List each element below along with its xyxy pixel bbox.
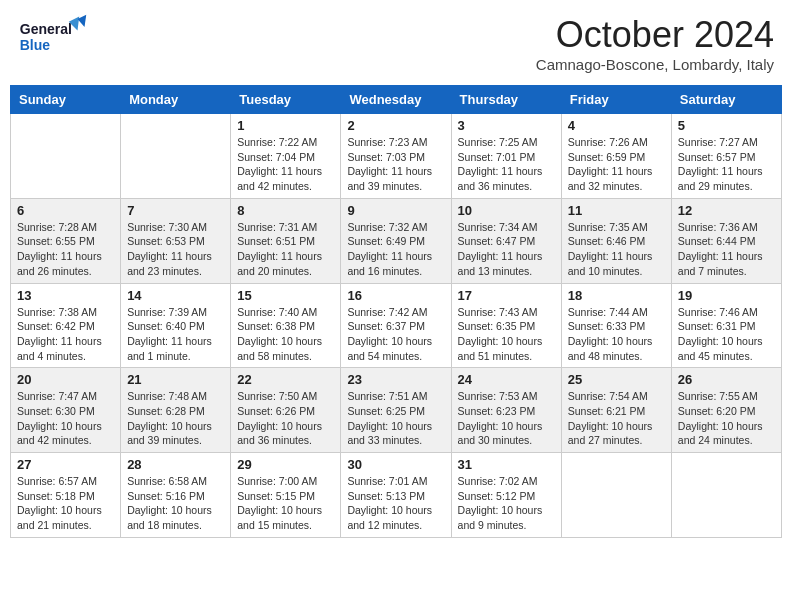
day-info: Sunrise: 7:40 AMSunset: 6:38 PMDaylight:… <box>237 305 334 364</box>
calendar-cell: 18Sunrise: 7:44 AMSunset: 6:33 PMDayligh… <box>561 283 671 368</box>
day-number: 24 <box>458 372 555 387</box>
day-info: Sunrise: 7:22 AMSunset: 7:04 PMDaylight:… <box>237 135 334 194</box>
day-number: 28 <box>127 457 224 472</box>
day-number: 8 <box>237 203 334 218</box>
day-number: 23 <box>347 372 444 387</box>
calendar-week-row: 27Sunrise: 6:57 AMSunset: 5:18 PMDayligh… <box>11 453 782 538</box>
day-number: 14 <box>127 288 224 303</box>
logo-svg: General Blue <box>18 14 88 59</box>
weekday-header-row: SundayMondayTuesdayWednesdayThursdayFrid… <box>11 86 782 114</box>
svg-text:Blue: Blue <box>20 37 51 53</box>
day-number: 19 <box>678 288 775 303</box>
day-number: 7 <box>127 203 224 218</box>
day-number: 22 <box>237 372 334 387</box>
day-info: Sunrise: 7:27 AMSunset: 6:57 PMDaylight:… <box>678 135 775 194</box>
calendar-cell: 11Sunrise: 7:35 AMSunset: 6:46 PMDayligh… <box>561 198 671 283</box>
day-info: Sunrise: 7:38 AMSunset: 6:42 PMDaylight:… <box>17 305 114 364</box>
day-number: 6 <box>17 203 114 218</box>
calendar-cell <box>671 453 781 538</box>
day-info: Sunrise: 7:34 AMSunset: 6:47 PMDaylight:… <box>458 220 555 279</box>
logo: General Blue <box>18 14 88 59</box>
day-info: Sunrise: 7:53 AMSunset: 6:23 PMDaylight:… <box>458 389 555 448</box>
calendar-cell: 27Sunrise: 6:57 AMSunset: 5:18 PMDayligh… <box>11 453 121 538</box>
calendar-week-row: 20Sunrise: 7:47 AMSunset: 6:30 PMDayligh… <box>11 368 782 453</box>
day-info: Sunrise: 7:30 AMSunset: 6:53 PMDaylight:… <box>127 220 224 279</box>
day-number: 17 <box>458 288 555 303</box>
day-info: Sunrise: 7:00 AMSunset: 5:15 PMDaylight:… <box>237 474 334 533</box>
calendar-cell: 28Sunrise: 6:58 AMSunset: 5:16 PMDayligh… <box>121 453 231 538</box>
calendar-cell: 2Sunrise: 7:23 AMSunset: 7:03 PMDaylight… <box>341 114 451 199</box>
day-info: Sunrise: 7:44 AMSunset: 6:33 PMDaylight:… <box>568 305 665 364</box>
weekday-header-saturday: Saturday <box>671 86 781 114</box>
day-number: 5 <box>678 118 775 133</box>
day-info: Sunrise: 7:42 AMSunset: 6:37 PMDaylight:… <box>347 305 444 364</box>
calendar-cell: 3Sunrise: 7:25 AMSunset: 7:01 PMDaylight… <box>451 114 561 199</box>
calendar-cell <box>561 453 671 538</box>
calendar-cell: 5Sunrise: 7:27 AMSunset: 6:57 PMDaylight… <box>671 114 781 199</box>
day-number: 10 <box>458 203 555 218</box>
day-info: Sunrise: 7:51 AMSunset: 6:25 PMDaylight:… <box>347 389 444 448</box>
day-number: 1 <box>237 118 334 133</box>
calendar-cell: 20Sunrise: 7:47 AMSunset: 6:30 PMDayligh… <box>11 368 121 453</box>
calendar-cell: 21Sunrise: 7:48 AMSunset: 6:28 PMDayligh… <box>121 368 231 453</box>
location: Camnago-Boscone, Lombardy, Italy <box>536 56 774 73</box>
day-info: Sunrise: 7:25 AMSunset: 7:01 PMDaylight:… <box>458 135 555 194</box>
calendar-cell: 31Sunrise: 7:02 AMSunset: 5:12 PMDayligh… <box>451 453 561 538</box>
calendar-cell: 25Sunrise: 7:54 AMSunset: 6:21 PMDayligh… <box>561 368 671 453</box>
calendar-cell: 24Sunrise: 7:53 AMSunset: 6:23 PMDayligh… <box>451 368 561 453</box>
calendar-cell: 4Sunrise: 7:26 AMSunset: 6:59 PMDaylight… <box>561 114 671 199</box>
day-number: 4 <box>568 118 665 133</box>
weekday-header-monday: Monday <box>121 86 231 114</box>
day-info: Sunrise: 7:43 AMSunset: 6:35 PMDaylight:… <box>458 305 555 364</box>
day-info: Sunrise: 7:01 AMSunset: 5:13 PMDaylight:… <box>347 474 444 533</box>
svg-marker-3 <box>78 15 87 27</box>
weekday-header-wednesday: Wednesday <box>341 86 451 114</box>
day-number: 21 <box>127 372 224 387</box>
day-info: Sunrise: 7:54 AMSunset: 6:21 PMDaylight:… <box>568 389 665 448</box>
weekday-header-sunday: Sunday <box>11 86 121 114</box>
day-info: Sunrise: 7:23 AMSunset: 7:03 PMDaylight:… <box>347 135 444 194</box>
day-number: 26 <box>678 372 775 387</box>
day-number: 20 <box>17 372 114 387</box>
calendar-cell: 17Sunrise: 7:43 AMSunset: 6:35 PMDayligh… <box>451 283 561 368</box>
calendar-cell: 19Sunrise: 7:46 AMSunset: 6:31 PMDayligh… <box>671 283 781 368</box>
day-info: Sunrise: 7:31 AMSunset: 6:51 PMDaylight:… <box>237 220 334 279</box>
weekday-header-tuesday: Tuesday <box>231 86 341 114</box>
day-number: 29 <box>237 457 334 472</box>
day-info: Sunrise: 7:35 AMSunset: 6:46 PMDaylight:… <box>568 220 665 279</box>
day-number: 18 <box>568 288 665 303</box>
calendar-cell <box>121 114 231 199</box>
page-header: General Blue October 2024 Camnago-Boscon… <box>10 10 782 77</box>
calendar-cell: 7Sunrise: 7:30 AMSunset: 6:53 PMDaylight… <box>121 198 231 283</box>
calendar-cell: 23Sunrise: 7:51 AMSunset: 6:25 PMDayligh… <box>341 368 451 453</box>
day-number: 13 <box>17 288 114 303</box>
day-number: 25 <box>568 372 665 387</box>
calendar-cell: 15Sunrise: 7:40 AMSunset: 6:38 PMDayligh… <box>231 283 341 368</box>
day-info: Sunrise: 7:46 AMSunset: 6:31 PMDaylight:… <box>678 305 775 364</box>
day-number: 27 <box>17 457 114 472</box>
day-number: 11 <box>568 203 665 218</box>
day-info: Sunrise: 7:28 AMSunset: 6:55 PMDaylight:… <box>17 220 114 279</box>
month-title: October 2024 <box>536 14 774 56</box>
day-number: 16 <box>347 288 444 303</box>
weekday-header-friday: Friday <box>561 86 671 114</box>
calendar-week-row: 6Sunrise: 7:28 AMSunset: 6:55 PMDaylight… <box>11 198 782 283</box>
day-info: Sunrise: 7:48 AMSunset: 6:28 PMDaylight:… <box>127 389 224 448</box>
calendar-cell: 22Sunrise: 7:50 AMSunset: 6:26 PMDayligh… <box>231 368 341 453</box>
calendar-cell: 30Sunrise: 7:01 AMSunset: 5:13 PMDayligh… <box>341 453 451 538</box>
day-number: 31 <box>458 457 555 472</box>
day-number: 12 <box>678 203 775 218</box>
calendar-week-row: 1Sunrise: 7:22 AMSunset: 7:04 PMDaylight… <box>11 114 782 199</box>
calendar-cell: 26Sunrise: 7:55 AMSunset: 6:20 PMDayligh… <box>671 368 781 453</box>
day-info: Sunrise: 7:02 AMSunset: 5:12 PMDaylight:… <box>458 474 555 533</box>
day-number: 30 <box>347 457 444 472</box>
calendar-cell: 8Sunrise: 7:31 AMSunset: 6:51 PMDaylight… <box>231 198 341 283</box>
calendar-cell <box>11 114 121 199</box>
day-info: Sunrise: 7:32 AMSunset: 6:49 PMDaylight:… <box>347 220 444 279</box>
day-info: Sunrise: 7:50 AMSunset: 6:26 PMDaylight:… <box>237 389 334 448</box>
calendar-cell: 29Sunrise: 7:00 AMSunset: 5:15 PMDayligh… <box>231 453 341 538</box>
calendar-cell: 6Sunrise: 7:28 AMSunset: 6:55 PMDaylight… <box>11 198 121 283</box>
calendar-cell: 1Sunrise: 7:22 AMSunset: 7:04 PMDaylight… <box>231 114 341 199</box>
day-info: Sunrise: 6:57 AMSunset: 5:18 PMDaylight:… <box>17 474 114 533</box>
calendar-table: SundayMondayTuesdayWednesdayThursdayFrid… <box>10 85 782 538</box>
